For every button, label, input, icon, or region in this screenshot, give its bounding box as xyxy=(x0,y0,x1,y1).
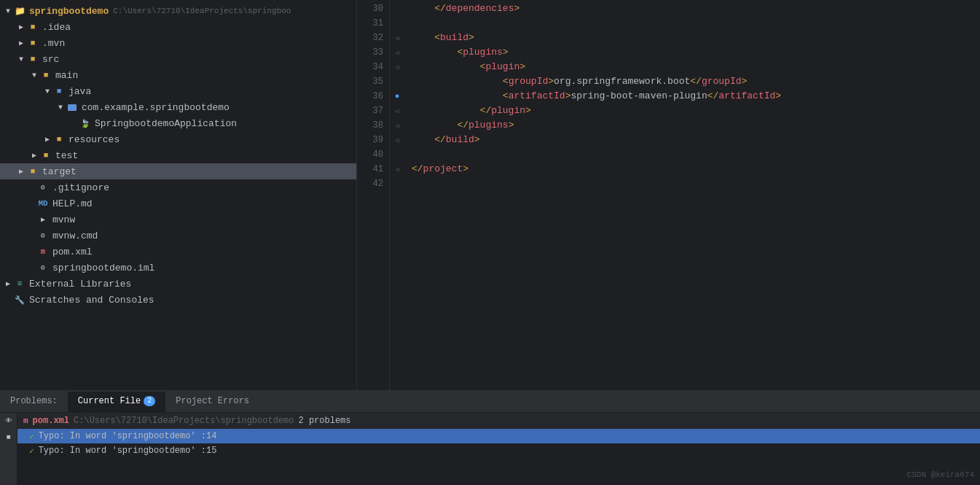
gitignore-icon: ⚙ xyxy=(36,182,50,193)
sidebar-item-helpmd[interactable]: MD HELP.md xyxy=(0,195,356,212)
tab-project-errors[interactable]: Project Errors xyxy=(165,392,259,412)
iml-label: springbootdemo.iml xyxy=(52,263,154,273)
current-file-badge: 2 xyxy=(144,396,155,406)
sidebar-item-pomxml[interactable]: m pom.xml xyxy=(0,244,356,260)
code-content: 30 31 32 33 34 35 36 37 38 39 40 41 42 ◁… xyxy=(357,0,980,390)
code-line-31 xyxy=(412,16,980,31)
sidebar-item-spring-app[interactable]: 🍃 SpringbootdemoApplication xyxy=(0,115,356,131)
line-numbers: 30 31 32 33 34 35 36 37 38 39 40 41 42 xyxy=(357,0,390,390)
root-arrow: ▼ xyxy=(3,7,13,15)
src-folder-icon: ■ xyxy=(26,54,39,64)
test-arrow: ▶ xyxy=(29,151,39,160)
problem-count: 2 problems xyxy=(298,416,350,426)
gutter-33: ◁ xyxy=(390,45,404,60)
eye-icon[interactable]: 👁 xyxy=(4,416,14,426)
check-icon-2: ✓ xyxy=(29,446,34,456)
gutter-32: ◁ xyxy=(390,31,404,45)
sidebar-item-test[interactable]: ▶ ■ test xyxy=(0,147,356,163)
package-label: com.example.springbootdemo xyxy=(82,102,230,113)
project-root[interactable]: ▼ 📁 springbootdemo C:\Users\72710\IdeaPr… xyxy=(0,3,356,19)
extlibs-arrow: ▶ xyxy=(3,279,13,288)
editor-gutter: ◁ ◁ ◁ ● ◁ ◁ ◁ ◁ xyxy=(390,0,404,390)
sidebar-item-scratches[interactable]: 🔧 Scratches and Consoles xyxy=(0,292,356,308)
project-sidebar: ▼ 📁 springbootdemo C:\Users\72710\IdeaPr… xyxy=(0,0,357,390)
main-folder-icon: ■ xyxy=(39,70,52,80)
java-label: java xyxy=(68,86,91,97)
gutter-30 xyxy=(390,1,404,16)
sidebar-item-idea[interactable]: ▶ ■ .idea xyxy=(0,19,356,35)
problem-file-name: pom.xml xyxy=(33,416,69,426)
sidebar-item-src[interactable]: ▼ ■ src xyxy=(0,51,356,67)
pomxml-label: pom.xml xyxy=(52,247,93,257)
stop-icon[interactable]: ■ xyxy=(4,432,14,442)
sidebar-item-package[interactable]: ▼ com.example.springbootdemo xyxy=(0,99,356,115)
sidebar-item-gitignore[interactable]: ⚙ .gitignore xyxy=(0,179,356,195)
src-label: src xyxy=(42,54,59,65)
gutter-36: ● xyxy=(390,89,404,104)
project-path: C:\Users\72710\IdeaProjects\springboo xyxy=(113,7,291,15)
pomxml-icon: m xyxy=(36,247,50,257)
problem-file-icon: m xyxy=(23,416,28,425)
main-area: ▼ 📁 springbootdemo C:\Users\72710\IdeaPr… xyxy=(0,0,980,390)
code-line-37: </plugin> xyxy=(412,104,980,118)
code-line-34: <plugin> xyxy=(412,60,980,74)
gutter-31 xyxy=(390,16,404,31)
mvn-arrow: ▶ xyxy=(16,39,26,47)
scratches-icon: 🔧 xyxy=(13,295,26,305)
sidebar-item-main[interactable]: ▼ ■ main xyxy=(0,67,356,83)
tab-current-file[interactable]: Current File 2 xyxy=(68,392,165,412)
gutter-40 xyxy=(390,147,404,162)
iml-icon: ⚙ xyxy=(36,263,50,273)
problem-text-1: Typo: In word 'springbootdemo' :14 xyxy=(39,431,217,441)
bottom-panel: Problems: Current File 2 Project Errors … xyxy=(0,390,980,485)
problem-row-1[interactable]: ✓ Typo: In word 'springbootdemo' :14 xyxy=(17,429,980,443)
package-icon xyxy=(66,102,79,112)
test-folder-icon: ■ xyxy=(39,150,52,160)
problem-row-2[interactable]: ✓ Typo: In word 'springbootdemo' :15 xyxy=(17,443,980,458)
tab-problems-label: Problems: xyxy=(0,392,68,412)
sidebar-item-mvnw[interactable]: ▶ mvnw xyxy=(0,212,356,228)
src-arrow: ▼ xyxy=(16,55,26,63)
gutter-34: ◁ xyxy=(390,60,404,74)
sidebar-item-extlibs[interactable]: ▶ ≡ External Libraries xyxy=(0,276,356,292)
code-lines[interactable]: </dependencies> <build> <plugins> <plugi… xyxy=(404,0,980,390)
idea-arrow: ▶ xyxy=(16,23,26,31)
bottom-left-icons: 👁 ■ xyxy=(0,413,17,485)
gutter-39: ◁ xyxy=(390,133,404,147)
code-line-33: <plugins> xyxy=(412,45,980,60)
code-line-42 xyxy=(412,176,980,191)
code-line-35: <groupId>org.springframework.boot</group… xyxy=(412,74,980,89)
target-label: target xyxy=(42,166,77,177)
mvn-folder-icon: ■ xyxy=(26,38,39,48)
resources-folder-icon: ■ xyxy=(52,134,66,144)
bottom-tabs: Problems: Current File 2 Project Errors xyxy=(0,391,980,413)
sidebar-item-iml[interactable]: ⚙ springbootdemo.iml xyxy=(0,260,356,276)
package-arrow: ▼ xyxy=(55,104,66,112)
sidebar-item-java[interactable]: ▼ ■ java xyxy=(0,83,356,99)
idea-label: .idea xyxy=(42,22,71,33)
extlibs-label: External Libraries xyxy=(29,279,131,290)
sidebar-item-target[interactable]: ▶ ■ target xyxy=(0,163,356,179)
sidebar-item-mvnwcmd[interactable]: ⚙ mvnw.cmd xyxy=(0,228,356,244)
code-line-30: </dependencies> xyxy=(412,1,980,16)
gutter-37: ◁ xyxy=(390,104,404,118)
problem-file-header: m pom.xml C:\Users\72710\IdeaProjects\sp… xyxy=(17,413,980,429)
check-icon-1: ✓ xyxy=(29,432,34,441)
target-folder-icon: ■ xyxy=(26,166,39,176)
helpmd-icon: MD xyxy=(36,198,50,209)
mvnw-icon: ▶ xyxy=(36,214,50,225)
sidebar-item-mvn[interactable]: ▶ ■ .mvn xyxy=(0,35,356,51)
spring-app-icon: 🍃 xyxy=(79,118,92,128)
code-line-39: </build> xyxy=(412,133,980,147)
helpmd-label: HELP.md xyxy=(52,198,93,209)
sidebar-item-resources[interactable]: ▶ ■ resources xyxy=(0,131,356,147)
project-errors-label: Project Errors xyxy=(176,396,249,406)
target-arrow: ▶ xyxy=(16,167,26,176)
code-line-41: </project> xyxy=(412,162,980,176)
gitignore-label: .gitignore xyxy=(52,182,109,193)
bottom-content: 👁 ■ m pom.xml C:\Users\72710\IdeaProject… xyxy=(0,413,980,485)
mvnwcmd-label: mvnw.cmd xyxy=(52,230,98,241)
resources-arrow: ▶ xyxy=(42,135,52,144)
idea-folder-icon: ■ xyxy=(26,22,39,32)
mvn-label: .mvn xyxy=(42,38,65,49)
